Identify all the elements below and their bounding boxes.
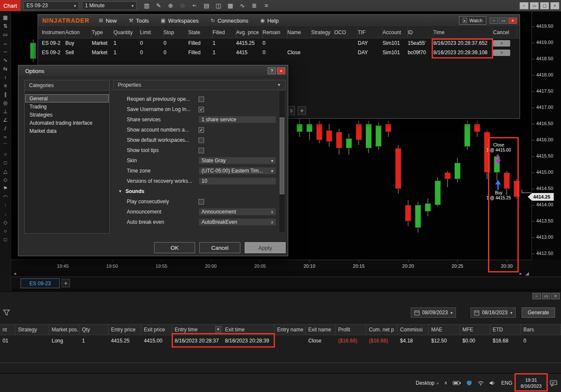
text-field[interactable]: 10 [199,177,276,185]
category-trading[interactable]: Trading [25,102,109,111]
angle-tool[interactable]: ∠ [2,116,9,124]
orders-column-header[interactable]: Stop [164,27,188,38]
orders-column-header[interactable]: Cancel [493,27,517,38]
select-field[interactable]: Slate Gray▾ [199,157,276,164]
close-button[interactable]: × [508,18,517,24]
restore-button[interactable]: ▭ [499,18,508,24]
split-window-icon[interactable]: ◫ [213,1,223,10]
buy-marker-tool[interactable]: ↑ [2,201,9,210]
cancel-order-button[interactable]: × [493,50,510,56]
minimize-button[interactable]: − [520,2,529,9]
trades-column-header[interactable]: Strategy [15,325,49,335]
menu-tools[interactable]: ⚒Tools [129,18,149,24]
collapse-icon[interactable]: ▼ [118,189,122,193]
sell-marker-tool[interactable]: ↓ [2,210,9,218]
generate-button[interactable]: Generate [522,307,555,318]
draw-icon[interactable]: ✎ [154,1,164,10]
close-button[interactable]: × [551,293,560,299]
bars-pattern-tool[interactable]: ∥ [2,90,9,99]
data-grid-icon[interactable]: ≣ [249,1,259,10]
polygon-tool[interactable]: ◇ [2,176,9,184]
trades-column-header[interactable]: Commissi [397,325,429,335]
rectangle-tool[interactable]: □ [2,158,9,167]
order-row[interactable]: ES 09-2BuyMarket100Filled14415.250DAYSim… [38,38,520,48]
orders-column-header[interactable]: Quantity [114,27,140,38]
trades-column-header[interactable]: Cum. net p [366,325,397,335]
curve-tool[interactable]: ◠ [2,193,9,201]
properties-scrollbar[interactable] [279,91,285,232]
ok-button[interactable]: OK [154,242,195,253]
trades-column-header[interactable]: Market pos. [49,325,79,335]
minimize-button[interactable]: − [532,293,541,299]
select-field[interactable]: (UTC-05:00) Eastern Tim...▾ [199,167,276,175]
start-date-picker[interactable]: 08/09/2023 ▾ [411,307,456,318]
checkbox[interactable]: ✓ [199,107,204,112]
menu-workspaces[interactable]: ▣Workspaces [161,18,199,24]
levels-tool[interactable]: ≡ [2,82,9,90]
speaker-icon[interactable] [489,380,496,386]
notifications-icon[interactable] [550,380,558,386]
interval-select[interactable]: 1 Minute ▾ [82,1,137,10]
circle-marker-tool[interactable]: ○ [2,227,9,235]
orders-column-header[interactable]: Type [92,27,114,38]
region-tool[interactable]: ▭ [2,30,9,39]
fibonacci-circle-tool[interactable]: ◎ [2,99,9,107]
trades-column-header[interactable]: MAE [429,325,460,335]
trades-column-header[interactable]: Exit name [306,325,336,335]
cancel-order-button[interactable]: × [493,40,510,47]
bar-type-icon[interactable]: ▥ [142,1,152,10]
orders-column-header[interactable]: TIF [358,27,383,38]
help-button[interactable]: ? [268,67,276,74]
indicator-icon[interactable]: ∿ [237,1,247,10]
minimize-button[interactable]: − [490,18,498,24]
menu-help[interactable]: ◉Help [260,18,279,24]
entry-time-filter-button[interactable]: ▼ [215,326,221,333]
checkbox[interactable] [199,148,204,153]
trades-column-header[interactable]: Exit time [222,325,275,335]
cancel-button[interactable]: Cancel [199,242,240,253]
trades-column-header[interactable]: MFE [460,325,490,335]
price-axis[interactable]: 4419.504419.004418.504418.004417.504417.… [532,11,561,260]
orders-column-header[interactable]: OCO [334,27,358,38]
instrument-select[interactable]: ES 09-23 ▾ [23,1,79,10]
trades-column-header[interactable]: nt [0,325,15,335]
diamond-marker-tool[interactable]: ◇ [2,218,9,227]
language-indicator[interactable]: ENG [501,380,512,386]
checkbox[interactable] [199,137,204,143]
report-icon[interactable]: ▤ [202,1,211,10]
swap-tool[interactable]: ⇆ [2,64,9,73]
network-icon[interactable] [477,380,484,386]
orders-column-header[interactable]: ID [408,27,433,38]
resize-handle-icon[interactable]: ◢ [526,271,529,276]
line-tool[interactable]: ─ [2,47,9,56]
text-field[interactable]: Announcementx [199,208,276,216]
vertical-range-tool[interactable]: ⇅ [2,22,9,30]
add-tab-button[interactable]: + [298,106,306,115]
hidden-icons-icon[interactable]: ∧ [444,380,447,386]
text-field[interactable]: 1 share service [199,116,276,123]
list-icon[interactable]: ≡ [261,1,271,10]
wave-tool[interactable]: ∿ [2,56,9,64]
checkbox[interactable]: ✓ [199,127,204,133]
checkbox[interactable] [199,199,204,205]
triangle-tool[interactable]: △ [2,167,9,176]
gann-tool[interactable]: ⊥ [2,107,9,116]
zoom-in-icon[interactable]: ⊕ [166,1,175,10]
category-general[interactable]: General [25,94,109,102]
orders-column-header[interactable]: Action [65,27,92,38]
scroll-right-icon[interactable]: ▸ [520,271,522,276]
control-center-titlebar[interactable]: NINJATRADER ⊞New⚒Tools▣Workspaces↻Connec… [38,15,520,27]
trades-column-header[interactable]: Exit price [141,325,172,335]
chart-trader-icon[interactable]: ▦ [225,1,235,10]
clear-icon[interactable]: x [271,210,273,214]
order-row[interactable]: ES 09-2SellMarket100Filled144150CloseDAY… [38,48,520,57]
battery-icon[interactable] [453,380,461,386]
parallel-channel-tool[interactable]: ⫽ [2,124,9,133]
shield-icon[interactable] [466,380,472,386]
zoom-out-icon[interactable]: ⊖ [178,1,187,10]
trades-column-header[interactable]: Bars [521,325,561,335]
category-market-data[interactable]: Market data [25,127,109,135]
filter-icon[interactable] [3,309,10,316]
trades-column-header[interactable]: ETD [490,325,521,335]
trades-column-header[interactable]: Entry price [108,325,141,335]
